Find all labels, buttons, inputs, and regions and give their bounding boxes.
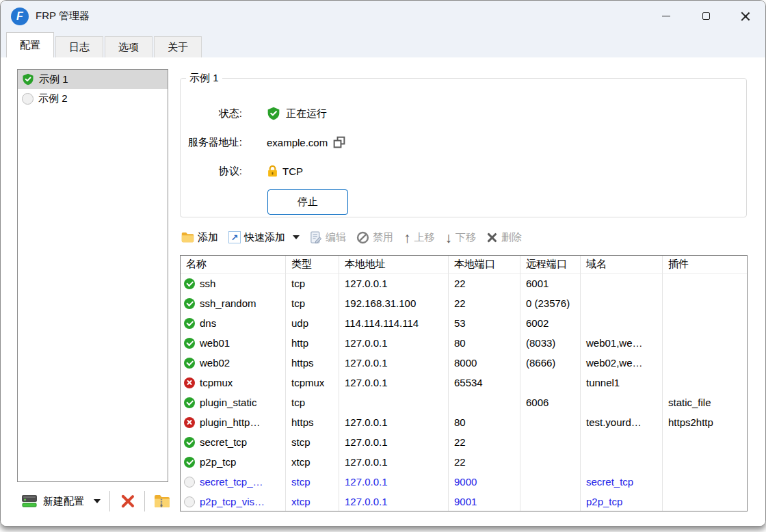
column-header-local-port[interactable]: 本地端口 bbox=[449, 256, 520, 274]
proxy-type-cell[interactable]: stcp bbox=[286, 472, 339, 492]
proxy-local-addr-cell[interactable]: 192.168.31.100 bbox=[339, 293, 449, 313]
proxy-domain-cell[interactable]: test.yourd… bbox=[581, 412, 663, 432]
proxy-remote-port-cell[interactable]: 0 (23576) bbox=[520, 293, 581, 313]
move-down-button[interactable]: ↓ 下移 bbox=[445, 230, 477, 245]
proxy-local-addr-cell[interactable]: 127.0.0.1 bbox=[339, 353, 449, 373]
stop-button[interactable]: 停止 bbox=[267, 189, 348, 215]
proxy-local-addr-cell[interactable]: 127.0.0.1 bbox=[339, 452, 449, 472]
proxy-domain-cell[interactable]: tunnel1 bbox=[581, 373, 663, 393]
tab-log[interactable]: 日志 bbox=[55, 36, 103, 57]
new-config-button[interactable]: 新建配置 bbox=[17, 492, 105, 511]
proxy-plugin-cell[interactable] bbox=[663, 333, 747, 353]
proxy-type-cell[interactable]: https bbox=[286, 412, 339, 432]
proxy-row-name-cell[interactable]: web01 bbox=[181, 333, 286, 353]
proxy-row-name-cell[interactable]: ssh_random bbox=[181, 293, 286, 313]
proxy-plugin-cell[interactable]: https2http bbox=[663, 412, 747, 432]
proxy-row-name-cell[interactable]: plugin_http… bbox=[181, 412, 286, 432]
config-item-example2[interactable]: 示例 2 bbox=[18, 89, 168, 108]
quick-add-button[interactable]: ↗ 快速添加 bbox=[228, 231, 300, 244]
proxy-remote-port-cell[interactable] bbox=[520, 492, 581, 511]
proxy-type-cell[interactable]: stcp bbox=[286, 432, 339, 452]
proxy-plugin-cell[interactable] bbox=[663, 373, 747, 393]
delete-config-button[interactable] bbox=[115, 490, 140, 512]
proxy-local-port-cell[interactable]: 22 bbox=[449, 452, 520, 472]
proxy-type-cell[interactable]: tcp bbox=[286, 393, 339, 412]
minimize-button[interactable] bbox=[646, 1, 686, 31]
proxy-local-port-cell[interactable]: 80 bbox=[449, 333, 520, 353]
proxy-local-port-cell[interactable]: 22 bbox=[449, 293, 520, 313]
proxy-plugin-cell[interactable] bbox=[663, 492, 747, 511]
proxy-type-cell[interactable]: xtcp bbox=[286, 452, 339, 472]
proxy-domain-cell[interactable]: secret_tcp bbox=[581, 472, 663, 492]
proxy-domain-cell[interactable] bbox=[581, 432, 663, 452]
proxy-domain-cell[interactable]: web02,we… bbox=[581, 353, 663, 373]
proxy-local-port-cell[interactable]: 53 bbox=[449, 313, 520, 333]
edit-button[interactable]: 编辑 bbox=[310, 231, 346, 244]
column-header-plugin[interactable]: 插件 bbox=[663, 256, 747, 274]
proxy-row-name-cell[interactable]: p2p_tcp bbox=[181, 452, 286, 472]
proxy-local-addr-cell[interactable]: 127.0.0.1 bbox=[339, 472, 449, 492]
tab-config[interactable]: 配置 bbox=[6, 32, 54, 57]
close-button[interactable] bbox=[726, 1, 765, 31]
proxy-domain-cell[interactable]: web01,we… bbox=[581, 333, 663, 353]
archive-config-button[interactable] bbox=[150, 492, 174, 511]
proxy-row-name-cell[interactable]: plugin_static bbox=[181, 393, 286, 412]
proxy-type-cell[interactable]: tcp bbox=[286, 293, 339, 313]
proxy-remote-port-cell[interactable] bbox=[520, 412, 581, 432]
proxy-plugin-cell[interactable] bbox=[663, 293, 747, 313]
proxy-type-cell[interactable]: xtcp bbox=[286, 492, 339, 511]
proxy-plugin-cell[interactable] bbox=[663, 432, 747, 452]
proxy-plugin-cell[interactable]: static_file bbox=[663, 393, 747, 412]
proxy-local-port-cell[interactable]: 22 bbox=[449, 274, 520, 293]
proxy-local-addr-cell[interactable]: 127.0.0.1 bbox=[339, 373, 449, 393]
proxy-plugin-cell[interactable] bbox=[663, 452, 747, 472]
add-button[interactable]: 添加 bbox=[181, 231, 218, 244]
column-header-name[interactable]: 名称 bbox=[181, 256, 286, 274]
tab-options[interactable]: 选项 bbox=[105, 36, 153, 57]
proxy-local-port-cell[interactable] bbox=[449, 393, 520, 412]
proxy-remote-port-cell[interactable]: 6001 bbox=[520, 274, 581, 293]
proxy-plugin-cell[interactable] bbox=[663, 313, 747, 333]
proxy-local-addr-cell[interactable]: 127.0.0.1 bbox=[339, 412, 449, 432]
disable-button[interactable]: 禁用 bbox=[356, 231, 393, 244]
proxy-domain-cell[interactable]: p2p_tcp bbox=[581, 492, 663, 511]
column-header-domain[interactable]: 域名 bbox=[581, 256, 663, 274]
proxy-remote-port-cell[interactable] bbox=[520, 472, 581, 492]
column-header-type[interactable]: 类型 bbox=[286, 256, 339, 274]
proxy-row-name-cell[interactable]: web02 bbox=[181, 353, 286, 373]
proxy-plugin-cell[interactable] bbox=[663, 472, 747, 492]
proxy-domain-cell[interactable] bbox=[581, 452, 663, 472]
proxy-local-addr-cell[interactable]: 127.0.0.1 bbox=[339, 274, 449, 293]
proxy-row-name-cell[interactable]: dns bbox=[181, 313, 286, 333]
proxy-row-name-cell[interactable]: secret_tcp_… bbox=[181, 472, 286, 492]
proxy-local-port-cell[interactable]: 22 bbox=[449, 432, 520, 452]
maximize-button[interactable] bbox=[686, 1, 726, 31]
proxy-local-port-cell[interactable]: 65534 bbox=[449, 373, 520, 393]
proxy-local-addr-cell[interactable]: 127.0.0.1 bbox=[339, 432, 449, 452]
copy-icon[interactable] bbox=[333, 136, 345, 148]
proxy-remote-port-cell[interactable]: (8033) bbox=[520, 333, 581, 353]
proxy-plugin-cell[interactable] bbox=[663, 274, 747, 293]
move-up-button[interactable]: ↑ 上移 bbox=[404, 230, 435, 245]
proxy-local-addr-cell[interactable]: 127.0.0.1 bbox=[339, 492, 449, 511]
proxy-remote-port-cell[interactable] bbox=[520, 452, 581, 472]
proxy-remote-port-cell[interactable]: (8666) bbox=[520, 353, 581, 373]
proxy-domain-cell[interactable] bbox=[581, 313, 663, 333]
proxy-row-name-cell[interactable]: secret_tcp bbox=[181, 432, 286, 452]
proxy-plugin-cell[interactable] bbox=[663, 353, 747, 373]
proxy-local-port-cell[interactable]: 9000 bbox=[449, 472, 520, 492]
proxy-type-cell[interactable]: http bbox=[286, 333, 339, 353]
proxy-row-name-cell[interactable]: ssh bbox=[181, 274, 286, 293]
proxy-local-addr-cell[interactable]: 114.114.114.114 bbox=[339, 313, 449, 333]
proxy-local-port-cell[interactable]: 8000 bbox=[449, 353, 520, 373]
proxy-type-cell[interactable]: https bbox=[286, 353, 339, 373]
proxy-domain-cell[interactable] bbox=[581, 293, 663, 313]
proxy-remote-port-cell[interactable]: 6002 bbox=[520, 313, 581, 333]
tab-about[interactable]: 关于 bbox=[154, 36, 202, 57]
config-item-example1[interactable]: 示例 1 bbox=[18, 70, 168, 89]
proxy-domain-cell[interactable] bbox=[581, 274, 663, 293]
proxy-row-name-cell[interactable]: p2p_tcp_vis… bbox=[181, 492, 286, 511]
column-header-remote-port[interactable]: 远程端口 bbox=[520, 256, 581, 274]
proxy-type-cell[interactable]: tcp bbox=[286, 274, 339, 293]
proxy-remote-port-cell[interactable] bbox=[520, 432, 581, 452]
